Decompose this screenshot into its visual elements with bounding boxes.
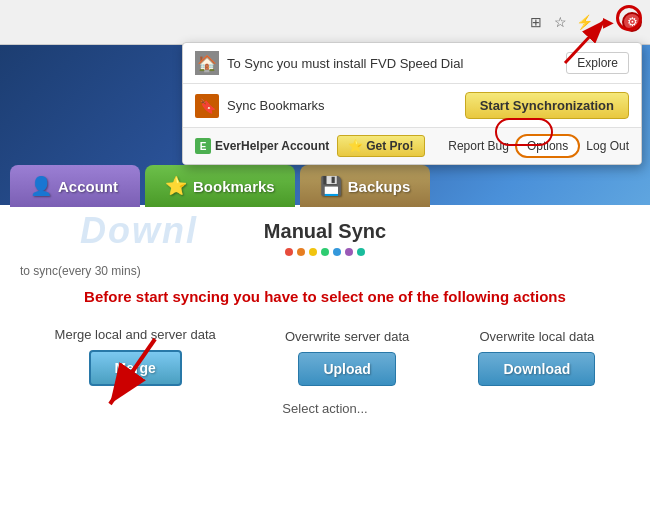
tab-bookmarks[interactable]: ⭐ Bookmarks xyxy=(145,165,295,207)
everhelper-label: EverHelper Account xyxy=(215,139,329,153)
main-content: Manual Sync to sync(every 30 mins) Befor… xyxy=(0,205,650,509)
bookmarks-tab-label: Bookmarks xyxy=(193,178,275,195)
browser-icon-group: ⊞ ☆ ⚡ ▶ ⚙ xyxy=(526,12,642,32)
popup-row-actions: E EverHelper Account ⭐ Get Pro! Report B… xyxy=(183,128,641,164)
popup-row1-left: 🏠 To Sync you must install FVD Speed Dia… xyxy=(195,51,463,75)
popup-row3-right: Report Bug Options Log Out xyxy=(448,134,629,158)
lightning-icon[interactable]: ⚡ xyxy=(574,12,594,32)
report-bug-button[interactable]: Report Bug xyxy=(448,139,509,153)
action-upload: Overwrite server data Upload xyxy=(285,329,409,386)
gear-icon[interactable]: ⚙ xyxy=(622,12,642,32)
tab-backups[interactable]: 💾 Backups xyxy=(300,165,431,207)
browser-chrome: ⊞ ☆ ⚡ ▶ ⚙ xyxy=(0,0,650,45)
bookmark-icon: 🔖 xyxy=(195,94,219,118)
warning-text: Before start syncing you have to select … xyxy=(20,286,630,307)
everhelper-icon: E xyxy=(195,138,211,154)
options-button[interactable]: Options xyxy=(515,134,580,158)
explore-button[interactable]: Explore xyxy=(566,52,629,74)
getpro-label: Get Pro! xyxy=(366,139,413,153)
sync-dot xyxy=(297,248,305,256)
backups-icon: 💾 xyxy=(320,175,342,197)
sync-bookmarks-text: Sync Bookmarks xyxy=(227,98,325,113)
nav-tabs: 👤 Account ⭐ Bookmarks 💾 Backups xyxy=(0,165,650,207)
house-icon: 🏠 xyxy=(195,51,219,75)
youtube-icon[interactable]: ▶ xyxy=(598,12,618,32)
grid-icon[interactable]: ⊞ xyxy=(526,12,546,32)
upload-label: Overwrite server data xyxy=(285,329,409,344)
action-download: Overwrite local data Download xyxy=(478,329,595,386)
popup-row-sync: 🔖 Sync Bookmarks Start Synchronization xyxy=(183,84,641,128)
upload-button[interactable]: Upload xyxy=(298,352,395,386)
merge-label: Merge local and server data xyxy=(55,327,216,342)
sync-info-text: to sync(every 30 mins) xyxy=(20,264,630,278)
star-icon[interactable]: ☆ xyxy=(550,12,570,32)
getpro-button[interactable]: ⭐ Get Pro! xyxy=(337,135,424,157)
popup-panel: 🏠 To Sync you must install FVD Speed Dia… xyxy=(182,42,642,165)
start-sync-button[interactable]: Start Synchronization xyxy=(465,92,629,119)
merge-button[interactable]: Merge xyxy=(89,350,182,386)
sync-dots xyxy=(20,248,630,256)
everhelper-button[interactable]: E EverHelper Account xyxy=(195,138,329,154)
sync-dot xyxy=(357,248,365,256)
action-merge: Merge local and server data Merge xyxy=(55,327,216,386)
star-icon-small: ⭐ xyxy=(348,139,363,153)
backups-tab-label: Backups xyxy=(348,178,411,195)
download-button[interactable]: Download xyxy=(478,352,595,386)
sync-dot xyxy=(345,248,353,256)
account-tab-label: Account xyxy=(58,178,118,195)
page-title: Manual Sync xyxy=(20,220,630,243)
bookmarks-icon: ⭐ xyxy=(165,175,187,197)
actions-row: Merge local and server data Merge Overwr… xyxy=(20,327,630,386)
fvd-text: To Sync you must install FVD Speed Dial xyxy=(227,56,463,71)
sync-dot xyxy=(333,248,341,256)
sync-dot xyxy=(285,248,293,256)
logout-button[interactable]: Log Out xyxy=(586,139,629,153)
popup-row-fvd: 🏠 To Sync you must install FVD Speed Dia… xyxy=(183,43,641,84)
tab-account[interactable]: 👤 Account xyxy=(10,165,140,207)
popup-row2-left: 🔖 Sync Bookmarks xyxy=(195,94,325,118)
account-icon: 👤 xyxy=(30,175,52,197)
download-label: Overwrite local data xyxy=(479,329,594,344)
select-action-text: Select action... xyxy=(20,401,630,416)
sync-dot xyxy=(321,248,329,256)
sync-dot xyxy=(309,248,317,256)
